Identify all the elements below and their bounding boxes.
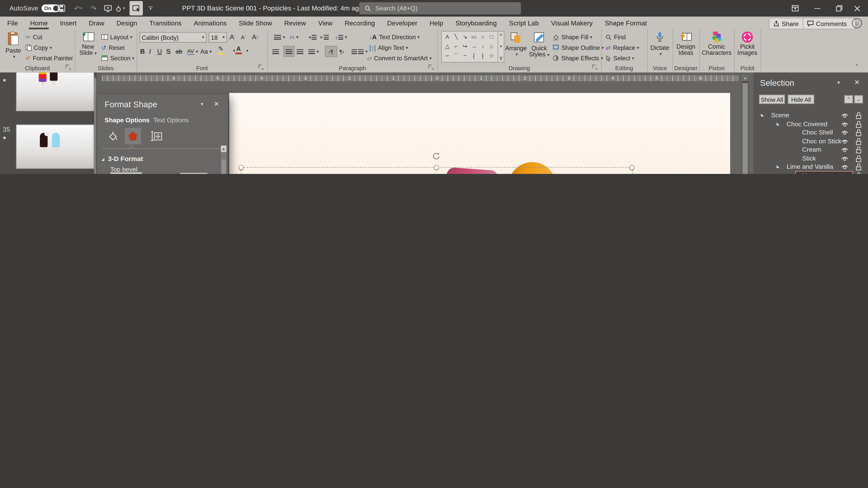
undo-icon[interactable]: ↶▾ <box>71 0 85 17</box>
font-name-combo[interactable]: Calibri (Body)▾ <box>140 32 207 42</box>
tab-visual-makery[interactable]: Visual Makery <box>545 17 599 29</box>
collapse-triangle-icon[interactable]: ◢ <box>101 157 104 161</box>
lock-icon[interactable] <box>855 120 862 128</box>
visibility-eye-icon[interactable] <box>841 172 848 174</box>
tab-recording[interactable]: Recording <box>339 17 381 29</box>
tab-insert[interactable]: Insert <box>54 17 83 29</box>
arc-icon[interactable]: ⌒ <box>452 51 461 60</box>
cut-button[interactable]: ✂Cut <box>26 33 42 42</box>
tab-review[interactable]: Review <box>278 17 312 29</box>
minimize-button[interactable] <box>806 0 828 17</box>
tab-storyboarding[interactable]: Storyboarding <box>450 17 503 29</box>
pane-options-chevron-icon[interactable]: ▼ <box>200 102 204 107</box>
selection-item-stick[interactable]: Stick <box>753 154 868 163</box>
text-shadow-button[interactable]: S <box>166 47 170 56</box>
line-icon[interactable]: ╲ <box>452 32 461 42</box>
strikethrough-button[interactable]: ab <box>176 47 182 56</box>
tab-shape-options[interactable]: Shape Options <box>104 117 150 123</box>
quick-styles-button[interactable]: Quick Styles▾ <box>528 32 551 58</box>
selection-item-lime-and-vanilla[interactable]: ◢Lime and Vanilla <box>753 163 868 171</box>
pane-scrollbar[interactable] <box>221 152 226 174</box>
select-button[interactable]: Select▾ <box>606 54 634 63</box>
customize-qat-icon[interactable]: ▾ <box>145 0 156 17</box>
convert-smartart-button[interactable]: ▱Convert to SmartArt▾ <box>367 54 431 63</box>
decrease-font-icon[interactable]: Aˇ <box>241 33 246 42</box>
tab-animations[interactable]: Animations <box>188 17 232 29</box>
align-center-icon[interactable] <box>283 46 294 57</box>
tab-home[interactable]: Home <box>24 17 54 29</box>
close-button[interactable] <box>846 0 868 17</box>
bold-button[interactable]: B <box>140 47 145 56</box>
start-slideshow-icon[interactable] <box>102 0 114 17</box>
shapes-gallery[interactable]: A╲↘▭○□△⌐↪→↓⌂∽⌒~{}☆ ▲▼▼ <box>441 31 504 63</box>
tab-transitions[interactable]: Transitions <box>143 17 188 29</box>
italic-button[interactable]: I <box>149 47 151 56</box>
tab-slide-show[interactable]: Slide Show <box>233 17 278 29</box>
text-direction-button[interactable]: ↓AText Direction▾ <box>369 33 420 42</box>
visibility-eye-icon[interactable] <box>841 138 848 144</box>
scroll-up-icon[interactable]: ▲ <box>742 75 748 82</box>
underline-button[interactable]: U <box>157 47 162 56</box>
feedback-smiley-icon[interactable]: ☺ <box>852 18 862 28</box>
design-ideas-button[interactable]: DesignIdeas <box>674 32 698 56</box>
tab-file[interactable]: File <box>1 17 24 29</box>
line-spacing-button[interactable]: ↕▾ <box>335 33 347 42</box>
fill-line-icon[interactable] <box>106 129 120 143</box>
share-button[interactable]: Share <box>769 18 807 29</box>
font-color-button[interactable]: A <box>235 45 242 54</box>
rectangle-icon[interactable]: ▭ <box>469 32 478 42</box>
visibility-eye-icon[interactable] <box>841 147 848 153</box>
pickit-images-button[interactable]: PickitImages <box>735 32 760 56</box>
slide-thumbnail-35[interactable] <box>16 124 94 169</box>
comic-characters-button[interactable]: ComicCharacters <box>701 32 732 56</box>
collapse-arrow-icon[interactable]: ◢ <box>761 113 765 117</box>
visibility-eye-icon[interactable] <box>841 155 848 161</box>
shape-effects-button[interactable]: Shape Effects▾ <box>553 54 603 63</box>
section-button[interactable]: Section▾ <box>101 54 134 63</box>
font-color-chevron-icon[interactable]: ▾ <box>246 46 248 56</box>
collapse-arrow-icon[interactable]: ◢ <box>776 165 780 168</box>
thumbnail-scrollbar[interactable] <box>94 75 96 174</box>
right-brace-icon[interactable]: } <box>478 51 487 60</box>
pane-options-chevron-icon[interactable]: ▼ <box>836 80 841 85</box>
star-icon[interactable]: ☆ <box>487 51 496 60</box>
lock-icon[interactable] <box>855 163 862 171</box>
rotation-handle[interactable] <box>432 152 441 161</box>
triangle-icon[interactable]: △ <box>443 41 452 51</box>
visibility-eye-icon[interactable] <box>841 164 848 170</box>
align-right-icon[interactable] <box>297 47 303 56</box>
lock-icon[interactable] <box>855 155 862 162</box>
size-properties-icon[interactable] <box>149 129 163 143</box>
increase-indent-icon[interactable]: ▸ <box>320 33 329 42</box>
ribbon-display-options-icon[interactable] <box>784 0 806 17</box>
tab-draw[interactable]: Draw <box>83 17 110 29</box>
tab-help[interactable]: Help <box>424 17 450 29</box>
collapse-arrow-icon[interactable]: ◢ <box>776 122 780 125</box>
font-size-combo[interactable]: 18▾ <box>209 32 227 42</box>
arrange-button[interactable]: Arrange▾ <box>505 32 527 58</box>
selection-pane-close-icon[interactable]: ✕ <box>854 78 860 86</box>
top-bevel-dropdown[interactable]: ▾ <box>110 172 142 174</box>
curve-icon[interactable]: ~ <box>461 51 469 60</box>
paragraph-dialog-launcher[interactable] <box>429 65 433 70</box>
hide-all-button[interactable]: Hide All <box>788 95 814 104</box>
selection-handle[interactable] <box>434 165 439 169</box>
numbering-button[interactable]: 1≡▾ <box>289 33 299 42</box>
replace-button[interactable]: ⇄Replace▾ <box>606 43 639 52</box>
collapse-ribbon-icon[interactable]: ⌃ <box>855 64 859 69</box>
selection-item-scene[interactable]: ◢Scene <box>753 111 868 120</box>
selection-item-lime[interactable]: Lime <box>753 171 868 174</box>
new-slide-button[interactable]: New Slide▾ <box>78 32 98 56</box>
tab-script-lab[interactable]: Script Lab <box>503 17 545 29</box>
selection-item-choc-covered[interactable]: ◢Choc Covered <box>753 120 868 128</box>
oval-icon[interactable]: ○ <box>478 32 487 42</box>
selection-item-choc-shell[interactable]: Choc Shell <box>753 128 868 137</box>
selection-item-cream[interactable]: Cream <box>753 145 868 154</box>
search-input[interactable]: Search (Alt+Q) <box>359 2 521 14</box>
selection-item-choc-on-stick[interactable]: Choc on Stick <box>753 137 868 145</box>
save-icon[interactable] <box>56 0 68 17</box>
paste-button[interactable]: Paste ▾ <box>3 32 23 60</box>
down-arrow-icon[interactable]: ↓ <box>478 41 487 51</box>
curved-connector-icon[interactable]: ↪ <box>461 41 469 51</box>
tab-design[interactable]: Design <box>111 17 144 29</box>
